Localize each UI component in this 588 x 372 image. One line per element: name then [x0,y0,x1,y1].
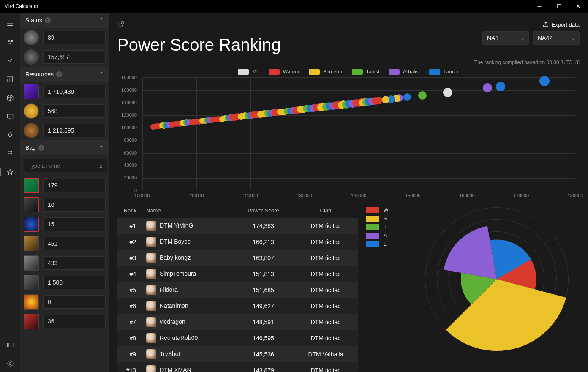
legend-label: S [384,216,387,222]
stat-value[interactable]: 0 [43,295,106,309]
table-row[interactable]: #9 TryShot 145,536 DTM Valhalla [117,346,358,362]
bag-label: Bag [25,144,36,151]
stat-row: 89 [20,28,109,47]
legend-label: A [384,233,387,239]
cell-ps: 143,879 [234,362,293,372]
legend-item[interactable]: W [366,207,388,213]
legend-item[interactable]: Arbalist [389,69,420,75]
legend-item[interactable]: Taoist [352,69,379,75]
data-point[interactable] [496,82,505,91]
legend-item[interactable]: T [366,224,388,230]
cell-name: vicdragon [143,314,234,330]
col-rank: Rank [117,203,143,218]
cell-rank: #6 [117,298,143,314]
item-icon [24,49,39,65]
table-row[interactable]: #6 Natanimön 149,627 DTM tic tac [117,298,358,314]
data-point[interactable] [403,93,411,101]
maximize-button[interactable]: ☐ [549,0,569,13]
table-row[interactable]: #2 DTM Boyce 166,213 DTM tic tac [117,234,358,250]
cell-ps: 163,807 [234,250,293,266]
stat-value[interactable]: 36 [43,315,106,328]
cell-ps: 151,685 [234,282,293,298]
resources-section[interactable]: Resources i ⌃ [20,67,109,82]
status-section[interactable]: Status i ⌃ [20,13,109,28]
nav-star[interactable] [2,164,19,181]
table-row[interactable]: #7 vicdragon 148,591 DTM tic tac [117,314,358,330]
nav-fire[interactable] [2,127,19,144]
nav-inventory[interactable] [2,90,19,106]
bag-section[interactable]: Bag i ⌃ [20,140,109,155]
legend-label: W [384,207,388,213]
nav-stats[interactable] [2,71,19,88]
stat-value[interactable]: 15 [43,217,106,231]
cell-clan: DTM tic tac [293,298,358,314]
legend-item[interactable]: A [366,233,388,239]
cell-clan: DTM tic tac [293,362,358,372]
legend-label: T [384,224,387,230]
popout-icon[interactable] [117,21,124,29]
stat-row: 179 [20,176,109,195]
export-button[interactable]: Export data [542,21,580,28]
cell-rank: #5 [117,282,143,298]
legend-item[interactable]: Me [238,69,259,75]
stat-value[interactable]: 1,710,439 [43,85,106,98]
search-icon: ⌕ [99,163,103,169]
bag-search-input[interactable] [28,163,99,169]
item-icon [24,103,39,119]
table-row[interactable]: #3 Baby kongz 163,807 DTM tic tac [117,250,358,266]
cell-name: RecrutaRob00 [143,330,234,346]
main-content: Export data Power Score Ranking NA1 ⌄ NA… [109,13,588,372]
data-point[interactable] [382,96,389,103]
avatar [146,301,156,311]
legend-item[interactable]: S [366,216,388,222]
minimize-button[interactable]: ─ [530,0,549,13]
stat-value[interactable]: 433 [43,256,106,270]
table-row[interactable]: #4 SimpTempura 151,813 DTM tic tac [117,266,358,282]
col-clan: Clan [293,203,358,218]
stat-value[interactable]: 157,687 [43,50,106,64]
stat-value[interactable]: 451 [43,237,106,250]
nav-profile[interactable] [2,34,19,51]
chevron-down-icon: ⌄ [572,36,575,41]
legend-label: Taoist [366,69,379,75]
item-icon [24,217,39,232]
stat-value[interactable]: 179 [43,179,106,192]
polar-slice[interactable] [444,226,497,279]
region-select[interactable]: NA1 ⌄ [482,31,529,45]
legend-item[interactable]: Sorcerer [309,69,343,75]
data-point[interactable] [483,83,492,92]
nav-settings[interactable] [2,355,19,372]
server-select[interactable]: NA42 ⌄ [533,31,580,45]
table-row[interactable]: #8 RecrutaRob00 146,595 DTM tic tac [117,330,358,346]
stat-value[interactable]: 568 [43,104,106,118]
nav-trends[interactable] [2,52,19,69]
nav-chat[interactable] [2,108,19,125]
legend-label: L [384,241,387,247]
menu-button[interactable] [2,15,19,32]
sidebar: Status i ⌃ 89 157,687 Resources i ⌃ 1,71… [20,13,109,372]
cell-ps: 146,595 [234,330,293,346]
stat-value[interactable]: 1,500 [43,276,106,289]
legend-item[interactable]: L [366,241,388,247]
nav-panel[interactable] [2,337,19,353]
stat-value[interactable]: 89 [43,31,106,44]
nav-flag[interactable] [2,145,19,162]
close-button[interactable]: ✕ [569,0,588,13]
table-row[interactable]: #5 Fildora 151,685 DTM tic tac [117,282,358,298]
legend-item[interactable]: Warrior [269,69,299,75]
cell-name: DTM XMAN [143,362,234,372]
data-point[interactable] [443,88,452,97]
stat-value[interactable]: 10 [43,198,106,212]
legend-item[interactable]: Lancer [429,69,459,75]
status-label: Status [25,17,42,24]
table-row[interactable]: #10 DTM XMAN 143,879 DTM tic tac [117,362,358,372]
stat-value[interactable]: 1,212,595 [43,124,106,137]
item-icon [24,123,39,138]
stat-row: 568 [20,101,109,121]
data-point[interactable] [539,76,550,86]
resources-label: Resources [25,71,54,78]
cell-name: Natanimön [143,298,234,314]
table-row[interactable]: #1 DTM YiMinG 174,363 DTM tic tac [117,218,358,234]
bag-search[interactable]: ⌕ [24,159,107,172]
data-point[interactable] [418,91,427,100]
